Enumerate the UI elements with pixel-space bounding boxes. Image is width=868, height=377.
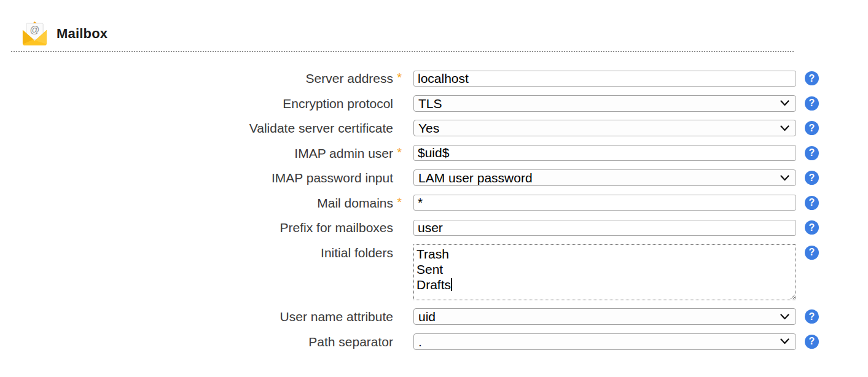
user-name-attribute-select[interactable]: uid [413, 308, 796, 325]
help-icon[interactable]: ? [805, 220, 819, 235]
form-row-server-address: Server address* ? [0, 70, 868, 87]
form-row-encryption-protocol: Encryption protocol TLS ? [0, 95, 868, 112]
prefix-for-mailboxes-label: Prefix for mailboxes [0, 219, 393, 236]
help-icon[interactable]: ? [805, 171, 819, 185]
page-title: Mailbox [57, 26, 108, 42]
required-marker: * [397, 69, 402, 86]
module-header: @ Mailbox [0, 0, 868, 47]
prefix-for-mailboxes-input[interactable] [413, 220, 796, 236]
help-icon[interactable]: ? [805, 335, 819, 349]
help-icon[interactable]: ? [805, 196, 819, 210]
help-icon[interactable]: ? [805, 96, 819, 111]
form-row-user-name-attribute: User name attribute uid ? [0, 308, 868, 325]
required-marker: * [397, 194, 402, 211]
svg-text:@: @ [30, 25, 40, 35]
imap-admin-user-input[interactable] [413, 145, 796, 161]
form-row-validate-server-certificate: Validate server certificate Yes ? [0, 120, 868, 136]
initial-folders-label: Initial folders [0, 244, 393, 261]
server-address-input[interactable] [413, 71, 796, 87]
required-marker: * [397, 144, 402, 161]
initial-folders-textarea[interactable]: Trash Sent Drafts [413, 244, 796, 300]
mail-domains-input[interactable] [413, 195, 796, 211]
help-icon[interactable]: ? [805, 309, 819, 324]
form-row-imap-admin-user: IMAP admin user* ? [0, 145, 868, 161]
mailbox-icon: @ [22, 20, 48, 47]
imap-admin-user-label: IMAP admin user* [0, 145, 393, 161]
imap-password-input-select[interactable]: LAM user password [413, 169, 796, 186]
validate-server-certificate-label: Validate server certificate [0, 120, 393, 136]
encryption-protocol-label: Encryption protocol [0, 95, 393, 112]
form-row-path-separator: Path separator . ? [0, 333, 868, 350]
validate-server-certificate-select[interactable]: Yes [413, 120, 796, 136]
path-separator-label: Path separator [0, 333, 393, 350]
help-icon[interactable]: ? [805, 121, 819, 135]
imap-password-input-label: IMAP password input [0, 169, 393, 186]
user-name-attribute-label: User name attribute [0, 308, 393, 325]
form-row-prefix-for-mailboxes: Prefix for mailboxes ? [0, 219, 868, 236]
form-row-mail-domains: Mail domains* ? [0, 195, 868, 211]
header-divider [11, 51, 794, 52]
path-separator-select[interactable]: . [413, 333, 796, 350]
mailbox-settings-form: Server address* ? Encryption protocol TL… [0, 70, 868, 350]
server-address-label: Server address* [0, 70, 393, 87]
help-icon[interactable]: ? [805, 71, 819, 85]
encryption-protocol-select[interactable]: TLS [413, 95, 796, 112]
form-row-initial-folders: Initial folders Trash Sent Drafts ? [0, 244, 868, 300]
help-icon[interactable]: ? [805, 146, 819, 160]
mail-domains-label: Mail domains* [0, 195, 393, 211]
form-row-imap-password-input: IMAP password input LAM user password ? [0, 169, 868, 186]
help-icon[interactable]: ? [805, 246, 819, 260]
